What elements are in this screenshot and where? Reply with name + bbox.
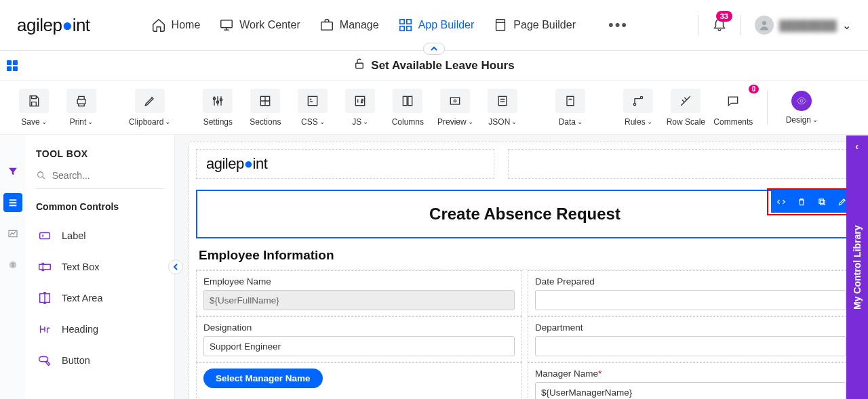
toolbox-panel: TOOL BOX Common Controls Label Text Box … [26,135,175,399]
toolbox-item-textarea[interactable]: Text Area [36,282,164,314]
field-cell-designation[interactable]: Designation [196,316,522,362]
notifications-button[interactable]: 33 [712,16,727,34]
css-button[interactable]: CSS⌄ [292,89,333,127]
main-area: T TOOL BOX Common Controls Label Text Bo… [0,135,868,399]
row-scale-button[interactable]: Row Scale [665,89,706,127]
data-button[interactable]: Data⌄ [550,89,591,127]
eye-icon [448,94,462,108]
svg-rect-36 [821,201,825,205]
field-cell-employee-name[interactable]: Employee Name [196,270,522,316]
sections-button[interactable]: Sections [245,89,285,127]
home-icon [151,18,166,33]
divider [741,15,741,35]
svg-rect-25 [9,199,17,201]
divider [698,15,698,35]
form-logo-cell[interactable]: agilep●int [196,149,494,179]
svg-rect-4 [399,26,403,30]
notif-badge: 33 [716,11,732,22]
pencil-icon [143,94,157,108]
svg-rect-5 [406,26,410,30]
comments-button[interactable]: 0Comments [713,89,753,127]
svg-rect-18 [451,98,460,104]
field-cell-date-prepared[interactable]: Date Prepared [528,270,854,316]
svg-rect-27 [9,205,17,206]
collapse-topnav-button[interactable] [423,43,445,55]
json-button[interactable]: JSON⌄ [482,89,523,127]
settings-button[interactable]: Settings [197,89,238,127]
nav-app-builder[interactable]: App Builder [398,18,475,33]
save-button[interactable]: Save⌄ [14,89,54,127]
nav-work-center[interactable]: Work Center [219,18,300,33]
svg-rect-21 [567,96,574,105]
employee-name-input[interactable] [203,290,515,310]
save-icon [27,94,41,108]
collapse-toolbox-button[interactable] [168,259,183,274]
print-button[interactable]: Print⌄ [61,89,102,127]
svg-rect-9 [77,99,85,104]
svg-rect-16 [403,96,408,105]
search-input[interactable] [52,170,164,181]
controls-tab[interactable] [3,193,22,212]
nav-home[interactable]: Home [151,18,201,33]
copy-icon [817,197,827,207]
field-cell-select-manager[interactable]: Select Manager Name [196,362,522,399]
toolbox-item-button[interactable]: Button [36,345,164,376]
clipboard-button[interactable]: Clipboard⌄ [129,89,170,127]
unlock-icon [353,58,366,73]
manager-name-input[interactable] [535,382,846,399]
toolbox-item-heading[interactable]: Heading [36,314,164,345]
select-manager-button[interactable]: Select Manager Name [203,369,323,388]
svg-point-31 [38,172,43,177]
field-cell-manager-name[interactable]: Manager Name* [528,362,854,399]
user-menu[interactable]: ████████ ⌄ [755,16,851,35]
svg-point-23 [641,96,643,98]
design-button[interactable]: Design⌄ [781,91,822,125]
svg-point-24 [800,100,803,102]
dashboard-tab[interactable] [3,224,22,243]
preview-button[interactable]: Preview⌄ [435,89,475,127]
form-title-row[interactable]: Create Absence Request [196,190,854,238]
department-input[interactable] [535,336,846,356]
form-canvas: agilep●int Create Absence Request Employ… [175,135,868,399]
chevron-down-icon: ⌄ [842,19,851,32]
form-title: Create Absence Request [429,205,620,223]
textarea-icon [37,291,52,306]
toolbox-item-textbox[interactable]: Text Box [36,251,164,282]
nav-page-builder-label: Page Builder [513,19,576,31]
toolbox-search[interactable] [36,169,164,189]
action-copy-button[interactable] [812,191,832,213]
svg-rect-8 [356,63,363,68]
filter-tab[interactable] [3,162,22,181]
comments-count: 0 [749,85,760,93]
js-button[interactable]: JS⌄ [340,89,380,127]
theme-tab[interactable]: T [3,255,22,274]
analytics-icon [7,228,18,239]
heading-icon [37,322,52,337]
svg-rect-2 [399,20,403,24]
funnel-icon [7,166,18,177]
nav-more[interactable]: ••• [608,16,628,34]
nav-page-builder[interactable]: Page Builder [493,18,576,33]
code-icon [776,197,786,207]
apps-grid-button[interactable] [7,60,18,71]
toolbox-group: Common Controls [36,201,164,212]
nav-right: 33 ████████ ⌄ [698,15,851,35]
svg-rect-32 [40,232,50,238]
css-icon [306,94,319,108]
js-icon [353,94,367,108]
action-delete-button[interactable] [791,191,812,213]
svg-rect-6 [496,20,505,31]
rules-button[interactable]: Rules⌄ [618,89,658,127]
toolbox-item-label[interactable]: Label [36,220,164,251]
designation-input[interactable] [203,336,515,356]
branch-icon [631,94,645,108]
date-prepared-input[interactable] [535,290,846,310]
action-code-button[interactable] [771,191,791,213]
field-cell-department[interactable]: Department [528,316,854,362]
mcl-label: My Control Library [852,225,863,309]
columns-button[interactable]: Columns [387,89,428,127]
my-control-library-tab[interactable]: My Control Library ‹ [846,135,868,399]
svg-point-22 [634,103,636,105]
nav-manage[interactable]: Manage [319,18,379,33]
toolbar: Save⌄ Print⌄ Clipboard⌄ Settings Section… [0,81,868,135]
